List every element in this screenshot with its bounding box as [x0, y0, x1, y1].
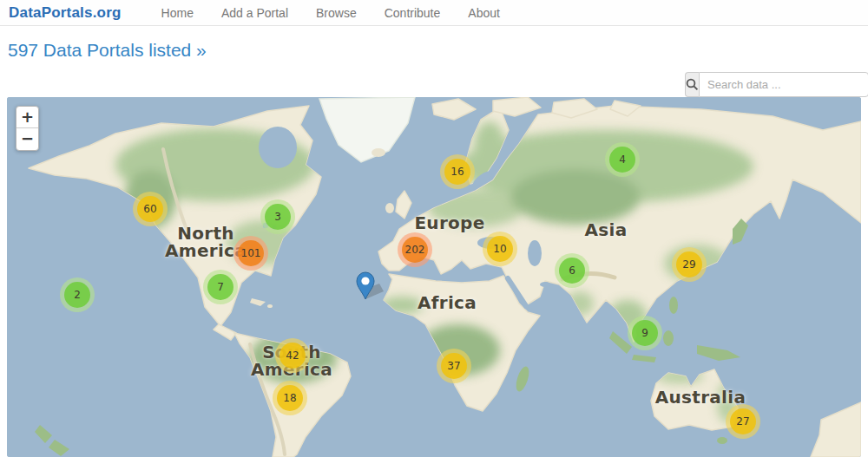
pin-icon: [354, 271, 392, 302]
brand-link[interactable]: DataPortals.org: [9, 4, 122, 22]
cluster-count: 7: [207, 274, 233, 300]
cluster-marker-10[interactable]: 10: [483, 232, 517, 266]
cluster-marker-202[interactable]: 202: [398, 232, 432, 267]
cluster-count: 3: [265, 204, 291, 230]
cluster-marker-3[interactable]: 3: [260, 199, 295, 234]
cluster-count: 2: [64, 282, 90, 308]
cluster-count: 29: [676, 251, 702, 277]
cluster-count: 202: [402, 237, 428, 263]
cluster-marker-60[interactable]: 60: [133, 192, 168, 226]
zoom-out-button[interactable]: −: [16, 128, 38, 150]
cluster-marker-6[interactable]: 6: [555, 253, 589, 288]
nav-item-about[interactable]: About: [468, 6, 500, 20]
cluster-marker-42[interactable]: 42: [275, 338, 310, 373]
main-nav: HomeAdd a PortalBrowseContributeAbout: [161, 6, 500, 20]
cluster-count: 18: [277, 385, 303, 411]
cluster-marker-29[interactable]: 29: [672, 247, 707, 282]
search-input[interactable]: [699, 72, 868, 97]
cluster-count: 10: [487, 236, 513, 262]
cluster-count: 37: [441, 353, 467, 379]
map-pin-marker[interactable]: [354, 271, 392, 305]
cluster-count: 16: [444, 159, 470, 185]
listing-title: 597 Data Portals listed »: [8, 40, 207, 61]
top-navbar: DataPortals.org HomeAdd a PortalBrowseCo…: [0, 0, 868, 26]
cluster-count: 9: [632, 320, 658, 346]
zoom-control: + −: [16, 106, 39, 151]
cluster-marker-4[interactable]: 4: [605, 142, 640, 177]
world-map-art: [7, 97, 861, 457]
cluster-count: 42: [279, 343, 306, 369]
cluster-marker-16[interactable]: 16: [440, 154, 475, 189]
cluster-marker-7[interactable]: 7: [203, 270, 238, 304]
cluster-count: 6: [559, 258, 585, 284]
cluster-marker-101[interactable]: 101: [233, 236, 268, 271]
map-container[interactable]: North AmericaEuropeAsiaAfricaSouth Ameri…: [7, 97, 861, 457]
search-icon: [686, 78, 699, 91]
cluster-marker-27[interactable]: 27: [726, 404, 760, 439]
cluster-marker-9[interactable]: 9: [628, 316, 662, 350]
cluster-count: 60: [137, 196, 163, 222]
cluster-marker-2[interactable]: 2: [60, 277, 95, 312]
nav-item-home[interactable]: Home: [161, 6, 194, 20]
nav-item-browse[interactable]: Browse: [316, 6, 357, 20]
nav-item-contribute[interactable]: Contribute: [385, 6, 441, 20]
listing-title-link[interactable]: 597 Data Portals listed »: [8, 40, 207, 60]
cluster-marker-18[interactable]: 18: [273, 381, 307, 415]
zoom-in-button[interactable]: +: [16, 107, 38, 128]
search-button[interactable]: [685, 72, 699, 97]
cluster-marker-37[interactable]: 37: [437, 349, 471, 383]
cluster-count: 27: [730, 408, 756, 434]
cluster-count: 4: [609, 147, 635, 173]
cluster-count: 101: [238, 240, 264, 266]
nav-item-add-a-portal[interactable]: Add a Portal: [221, 6, 288, 20]
search-group: [685, 72, 861, 97]
